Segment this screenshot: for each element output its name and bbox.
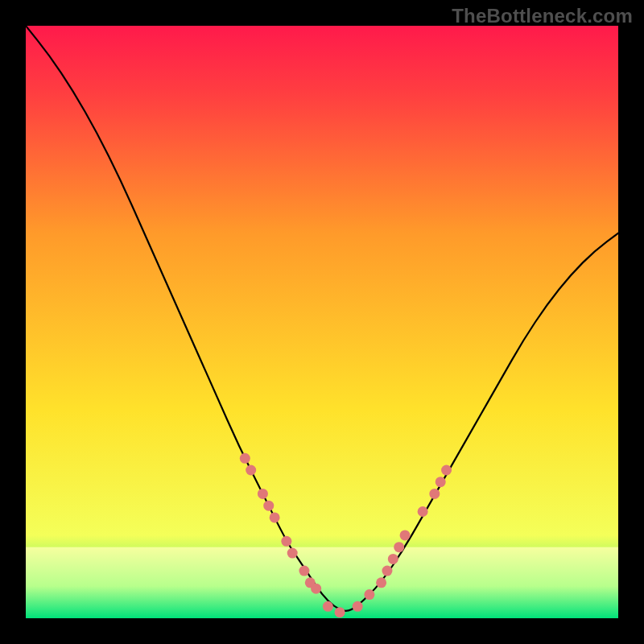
bottom-highlight-band — [26, 547, 618, 618]
sample-point — [281, 536, 291, 547]
sample-point — [441, 465, 452, 476]
watermark-text: TheBottleneck.com — [452, 5, 633, 27]
sample-point — [311, 584, 321, 594]
sample-point — [270, 512, 280, 522]
gradient-background — [26, 26, 618, 618]
sample-point — [240, 453, 250, 464]
sample-point — [400, 530, 411, 540]
sample-point — [429, 489, 440, 499]
sample-point — [263, 501, 274, 511]
sample-point — [364, 589, 374, 600]
sample-point — [335, 607, 345, 617]
sample-point — [418, 506, 428, 517]
sample-point — [287, 548, 298, 559]
sample-point — [299, 566, 309, 576]
sample-point — [353, 601, 363, 612]
sample-point — [388, 554, 398, 564]
sample-point — [376, 577, 386, 588]
sample-point — [323, 601, 333, 612]
sample-point — [382, 566, 392, 576]
sample-point — [436, 477, 446, 487]
sample-point — [394, 542, 404, 552]
sample-point — [258, 489, 268, 499]
sample-point — [246, 465, 256, 476]
chart-canvas — [26, 26, 618, 618]
